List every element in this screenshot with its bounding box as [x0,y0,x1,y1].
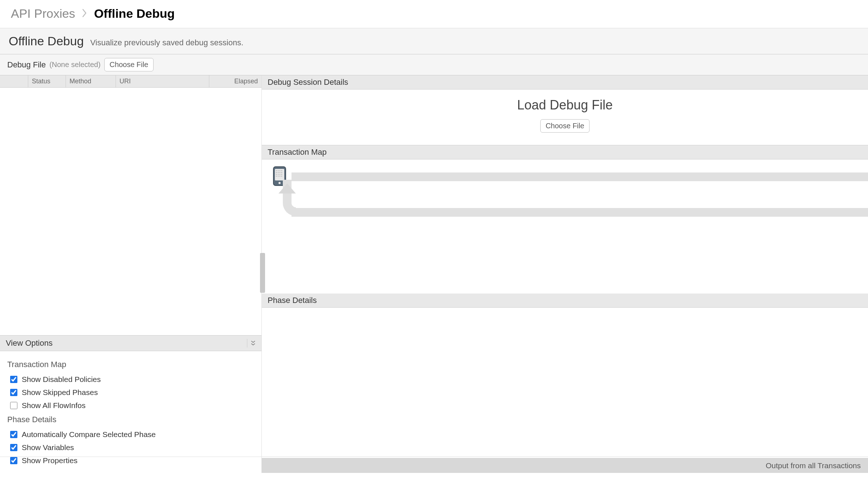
label-show-all-flowinfos[interactable]: Show All FlowInfos [22,401,85,410]
option-show-properties[interactable]: Show Properties [7,454,254,467]
table-col-method: Method [66,75,116,87]
svg-point-3 [276,170,277,171]
choose-file-button[interactable]: Choose File [104,58,154,71]
checkbox-auto-compare[interactable] [10,431,17,438]
svg-point-7 [276,172,277,173]
debug-session-body: Load Debug File Choose File [262,90,868,145]
view-options-panel: View Options Transaction Map Show Disabl… [0,335,261,473]
svg-point-5 [280,170,280,171]
checkbox-show-all-flowinfos[interactable] [10,402,17,409]
debug-file-row: Debug File (None selected) Choose File [0,54,868,75]
table-col-status: Status [28,75,66,87]
right-panel: Debug Session Details Load Debug File Ch… [262,75,868,473]
checkbox-show-properties[interactable] [10,457,17,464]
choose-file-button-main[interactable]: Choose File [540,119,590,133]
option-show-skipped-phases[interactable]: Show Skipped Phases [7,386,254,399]
option-show-variables[interactable]: Show Variables [7,441,254,454]
left-panel: Status Method URI Elapsed View Options T… [0,75,262,473]
bottom-border [0,457,868,457]
checkbox-show-skipped-phases[interactable] [10,389,17,396]
view-options-header[interactable]: View Options [0,336,261,351]
svg-point-9 [280,172,280,173]
page-title: Offline Debug [9,34,84,48]
footer-output-label: Output from all Transactions [766,461,861,470]
flow-bar-top [292,172,868,181]
transactions-table-header: Status Method URI Elapsed [0,75,261,88]
view-options-title: View Options [6,338,53,348]
label-show-variables[interactable]: Show Variables [22,443,74,452]
phase-details-group-title: Phase Details [7,415,254,424]
panel-splitter[interactable] [260,253,265,293]
svg-point-11 [276,174,277,175]
svg-point-17 [280,176,280,176]
svg-point-10 [281,172,282,173]
collapse-icon[interactable] [247,339,256,348]
breadcrumb-parent[interactable]: API Proxies [11,7,75,21]
debug-session-details-header: Debug Session Details [262,75,868,90]
svg-point-4 [278,170,278,171]
chevron-right-icon [82,8,88,19]
phase-details-header: Phase Details [262,294,868,308]
page-header: Offline Debug Visualize previously saved… [0,28,868,54]
table-col-blank [0,75,28,87]
breadcrumb-current: Offline Debug [94,7,175,21]
debug-file-none-selected: (None selected) [49,61,100,69]
svg-point-18 [281,176,282,176]
flow-bar-bottom [292,208,868,217]
flow-arrow-icon [278,183,296,194]
label-show-disabled-policies[interactable]: Show Disabled Policies [22,375,101,384]
label-show-properties[interactable]: Show Properties [22,456,77,465]
transaction-map-body [262,159,868,239]
svg-point-14 [281,174,282,175]
option-show-all-flowinfos[interactable]: Show All FlowInfos [7,399,254,412]
svg-point-12 [278,174,278,175]
breadcrumb: API Proxies Offline Debug [0,0,868,28]
transactions-table-body [0,88,261,335]
svg-point-13 [280,174,280,175]
table-col-uri: URI [116,75,209,87]
transaction-map-header: Transaction Map [262,145,868,159]
load-debug-file-title: Load Debug File [268,97,862,113]
svg-point-15 [276,176,277,176]
checkbox-show-variables[interactable] [10,444,17,451]
option-auto-compare[interactable]: Automatically Compare Selected Phase [7,428,254,441]
view-options-body: Transaction Map Show Disabled Policies S… [0,351,261,473]
svg-point-16 [278,176,278,176]
svg-point-8 [278,172,278,173]
footer-output-bar: Output from all Transactions [262,458,868,473]
svg-point-6 [281,170,282,171]
label-show-skipped-phases[interactable]: Show Skipped Phases [22,388,98,397]
option-show-disabled-policies[interactable]: Show Disabled Policies [7,373,254,386]
table-col-elapsed: Elapsed [209,75,261,87]
page-subtitle: Visualize previously saved debug session… [90,38,243,47]
checkbox-show-disabled-policies[interactable] [10,376,17,383]
transaction-map-group-title: Transaction Map [7,360,254,369]
phase-details-body [262,308,868,473]
debug-file-label: Debug File [7,60,46,70]
label-auto-compare[interactable]: Automatically Compare Selected Phase [22,430,156,439]
